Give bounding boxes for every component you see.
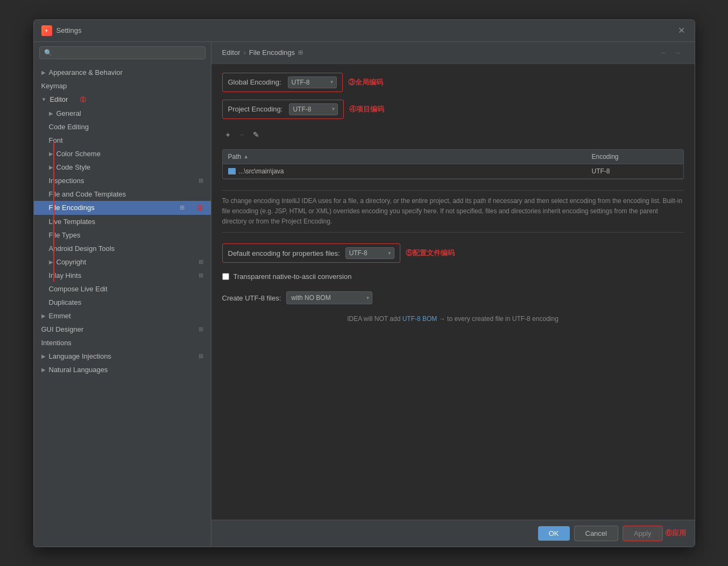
sidebar-item-label: Appearance & Behavior [49, 68, 123, 76]
sidebar-item-label: Live Templates [49, 218, 95, 226]
sidebar-item-label: Editor [50, 95, 68, 103]
chevron-right-icon: ▶ [41, 69, 46, 75]
sidebar-item-duplicates[interactable]: Duplicates [34, 296, 211, 309]
sidebar-item-label: General [56, 109, 81, 117]
sidebar-item-gui-designer[interactable]: GUI Designer ⊞ [34, 323, 211, 336]
sidebar-item-live-templates[interactable]: Live Templates [34, 215, 211, 228]
sidebar-item-label: File and Code Templates [49, 190, 126, 198]
sidebar-item-label: GUI Designer [41, 325, 84, 333]
chevron-right-icon: ▶ [49, 259, 53, 265]
add-button[interactable]: + [222, 129, 234, 141]
sidebar-item-code-style[interactable]: ▶ Code Style [34, 160, 211, 174]
sidebar-item-android-design-tools[interactable]: Android Design Tools [34, 242, 211, 255]
back-button[interactable]: ← [658, 47, 670, 58]
sidebar-item-label: Code Style [56, 163, 91, 171]
encoding-column-header: Encoding [592, 153, 678, 160]
project-encoding-select-wrapper[interactable]: UTF-8 GBK ISO-8859-1 [289, 103, 338, 115]
chevron-right-icon: ▶ [41, 313, 46, 319]
main-panel: Editor › File Encodings ⊞ ← → Global Enc… [211, 42, 695, 547]
project-encoding-box: Project Encoding: UTF-8 GBK ISO-8859-1 [222, 100, 344, 119]
sidebar-item-label: Natural Languages [49, 366, 108, 374]
global-encoding-row: Global Encoding: UTF-8 GBK ISO-8859-1 ③全… [222, 73, 684, 92]
default-encoding-box: Default encoding for properties files: U… [222, 243, 400, 263]
sidebar-item-natural-languages[interactable]: ▶ Natural Languages [34, 363, 211, 376]
edit-button[interactable]: ✎ [250, 129, 262, 141]
sidebar-item-inlay-hints[interactable]: Inlay Hints ⊞ [34, 269, 211, 282]
file-encodings-table: Path ▲ Encoding ...\src\main\java [222, 149, 684, 179]
bom-note: IDEA will NOT add UTF-8 BOM → to every c… [222, 313, 684, 325]
lang-badge: ⊞ [199, 353, 203, 360]
sidebar-item-label: Intentions [41, 339, 72, 347]
create-utf8-select-wrapper[interactable]: with NO BOM with BOM [286, 291, 372, 304]
project-encoding-row: Project Encoding: UTF-8 GBK ISO-8859-1 ④… [222, 100, 684, 119]
table-header: Path ▲ Encoding [223, 150, 683, 164]
sidebar-item-color-scheme[interactable]: ▶ Color Scheme [34, 147, 211, 160]
sidebar-item-language-injections[interactable]: ▶ Language Injections ⊞ [34, 350, 211, 363]
encoding-value: UTF-8 [592, 167, 610, 175]
sidebar-item-font[interactable]: Font [34, 134, 211, 147]
path-column-header[interactable]: Path ▲ [228, 153, 592, 160]
ok-button[interactable]: OK [538, 526, 570, 541]
transparent-checkbox[interactable] [222, 273, 229, 280]
sidebar-item-file-types[interactable]: File Types [34, 228, 211, 242]
apply-section: Apply ⑥应用 [623, 526, 686, 541]
sort-arrow-icon: ▲ [243, 153, 249, 159]
sidebar-item-label: Inspections [49, 177, 84, 185]
content-area: 🔍 ▶ Appearance & Behavior Keymap ▼ Edi [34, 42, 695, 547]
bom-rest-text: to every created file in UTF-8 encoding [447, 315, 559, 323]
sidebar-item-appearance[interactable]: ▶ Appearance & Behavior [34, 66, 211, 79]
global-encoding-annotation: ③全局编码 [348, 78, 383, 87]
table-row[interactable]: ...\src\main\java UTF-8 [223, 164, 683, 179]
default-encoding-label: Default encoding for properties files: [228, 249, 340, 257]
inspections-badge: ⊞ [199, 177, 203, 184]
sidebar-item-file-encodings[interactable]: File Encodings ⊞ ② [34, 201, 211, 215]
forward-button[interactable]: → [672, 47, 684, 58]
search-box[interactable]: 🔍 [39, 46, 206, 59]
app-icon: ● [41, 25, 52, 36]
panel-content: Global Encoding: UTF-8 GBK ISO-8859-1 ③全… [211, 64, 695, 520]
default-encoding-annotation: ⑤配置文件编码 [406, 248, 455, 258]
apply-button[interactable]: Apply [623, 526, 663, 541]
settings-dialog: ● Settings ✕ 🔍 ▶ Appearance & Behavior [33, 19, 695, 547]
cancel-button[interactable]: Cancel [574, 526, 618, 541]
sidebar-item-compose-live-edit[interactable]: Compose Live Edit [34, 282, 211, 296]
sidebar-item-keymap[interactable]: Keymap [34, 79, 211, 93]
gui-badge: ⊞ [199, 326, 203, 333]
sidebar-item-general[interactable]: ▶ General [34, 107, 211, 120]
path-value: ...\src\main\java [239, 167, 284, 175]
chevron-right-icon: ▶ [49, 151, 53, 157]
global-encoding-select-wrapper[interactable]: UTF-8 GBK ISO-8859-1 [288, 76, 337, 88]
remove-button[interactable]: − [236, 129, 248, 141]
sidebar-item-label: File Types [49, 231, 81, 239]
help-text: To change encoding IntelliJ IDEA uses fo… [222, 190, 684, 233]
inlay-badge: ⊞ [199, 272, 203, 279]
default-encoding-select-wrapper[interactable]: UTF-8 GBK ISO-8859-1 [345, 247, 394, 259]
search-icon: 🔍 [44, 49, 52, 57]
sidebar-item-label: Language Injections [49, 352, 111, 360]
sidebar-item-copyright[interactable]: ▶ Copyright ⊞ [34, 255, 211, 269]
default-encoding-row: Default encoding for properties files: U… [222, 243, 684, 263]
sidebar-item-code-editing[interactable]: Code Editing [34, 120, 211, 134]
bottom-bar: OK Cancel Apply ⑥应用 [211, 520, 695, 547]
breadcrumb-root: Editor [222, 48, 241, 57]
sidebar-item-emmet[interactable]: ▶ Emmet [34, 309, 211, 323]
project-encoding-select[interactable]: UTF-8 GBK ISO-8859-1 [289, 103, 338, 115]
global-encoding-label: Global Encoding: [228, 78, 281, 86]
sidebar-item-inspections[interactable]: Inspections ⊞ [34, 174, 211, 187]
bom-link[interactable]: UTF-8 BOM [402, 315, 437, 323]
sidebar-item-file-code-templates[interactable]: File and Code Templates [34, 187, 211, 201]
sidebar-item-label: Emmet [49, 312, 71, 320]
sidebar-item-label: Code Editing [49, 123, 89, 131]
sidebar-item-editor[interactable]: ▼ Editor ① [34, 93, 211, 107]
chevron-right-icon: ▶ [41, 367, 46, 373]
close-button[interactable]: ✕ [676, 25, 687, 36]
nav-tree: ▶ Appearance & Behavior Keymap ▼ Editor … [34, 64, 211, 547]
search-input[interactable] [55, 49, 201, 57]
apply-annotation: ⑥应用 [665, 528, 686, 538]
global-encoding-select[interactable]: UTF-8 GBK ISO-8859-1 [288, 76, 337, 88]
create-utf8-select[interactable]: with NO BOM with BOM [286, 291, 372, 304]
sidebar-item-intentions[interactable]: Intentions [34, 336, 211, 350]
default-encoding-select[interactable]: UTF-8 GBK ISO-8859-1 [345, 247, 394, 259]
chevron-right-icon: ▶ [41, 353, 46, 359]
breadcrumb-current: File Encodings [249, 48, 295, 57]
